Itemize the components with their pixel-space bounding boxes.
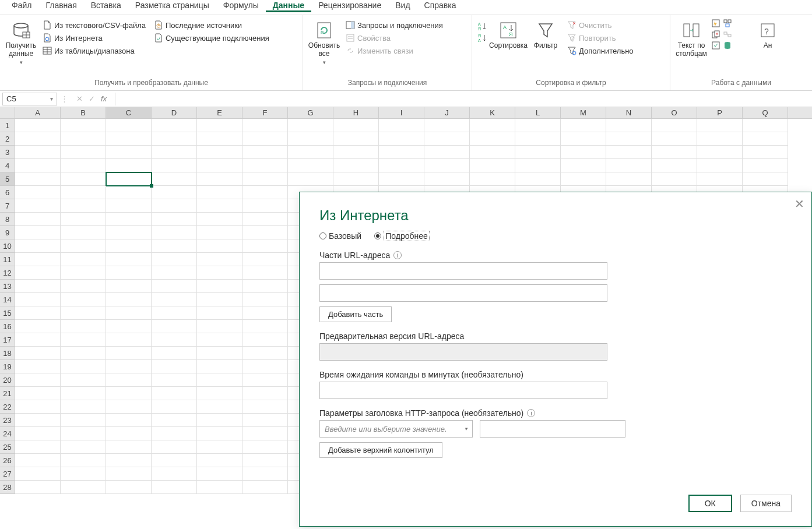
fx-icon[interactable]: fx bbox=[101, 94, 107, 103]
cell[interactable] bbox=[470, 172, 515, 186]
advanced-filter-button[interactable]: Дополнительно bbox=[565, 44, 635, 57]
cell[interactable] bbox=[652, 146, 697, 159]
radio-advanced[interactable]: Подробнее bbox=[374, 231, 430, 241]
cell[interactable] bbox=[61, 119, 106, 132]
cell[interactable] bbox=[242, 266, 288, 280]
cell[interactable] bbox=[515, 172, 561, 186]
cell[interactable] bbox=[61, 481, 106, 494]
row-header[interactable]: 4 bbox=[0, 159, 15, 172]
cell[interactable] bbox=[152, 199, 197, 213]
cell[interactable] bbox=[606, 159, 652, 172]
cell[interactable] bbox=[15, 186, 61, 199]
tab-page-layout[interactable]: Разметка страницы bbox=[128, 0, 216, 12]
cell[interactable] bbox=[333, 172, 379, 186]
column-header[interactable]: C bbox=[106, 107, 152, 118]
cell[interactable] bbox=[152, 280, 197, 293]
column-header[interactable]: L bbox=[515, 107, 561, 118]
column-header[interactable]: J bbox=[424, 107, 470, 118]
cell[interactable] bbox=[152, 467, 197, 481]
row-header[interactable]: 10 bbox=[0, 239, 15, 253]
from-web-button[interactable]: Из Интернета bbox=[41, 31, 147, 44]
column-header[interactable]: D bbox=[152, 107, 197, 118]
cell[interactable] bbox=[152, 481, 197, 494]
row-header[interactable]: 13 bbox=[0, 280, 15, 293]
cell[interactable] bbox=[242, 360, 288, 373]
cell[interactable] bbox=[743, 146, 788, 159]
cell[interactable] bbox=[242, 320, 288, 333]
cell[interactable] bbox=[152, 186, 197, 199]
cell[interactable] bbox=[606, 172, 652, 186]
cell[interactable] bbox=[697, 146, 743, 159]
consolidate-icon[interactable] bbox=[723, 19, 732, 28]
info-icon[interactable]: i bbox=[527, 409, 535, 417]
cell[interactable] bbox=[743, 119, 788, 132]
cell[interactable] bbox=[606, 132, 652, 146]
cell[interactable] bbox=[242, 293, 288, 306]
cell[interactable] bbox=[197, 172, 242, 186]
cell[interactable] bbox=[15, 239, 61, 253]
tab-review[interactable]: Рецензирование bbox=[311, 0, 388, 12]
cell[interactable] bbox=[152, 266, 197, 280]
cell[interactable] bbox=[197, 440, 242, 454]
cell[interactable] bbox=[152, 373, 197, 387]
column-header[interactable]: K bbox=[470, 107, 515, 118]
column-header[interactable]: H bbox=[333, 107, 379, 118]
cell[interactable] bbox=[424, 146, 470, 159]
recent-sources-button[interactable]: Последние источники bbox=[152, 19, 271, 31]
row-header[interactable]: 25 bbox=[0, 440, 15, 454]
cell[interactable] bbox=[106, 440, 152, 454]
cell[interactable] bbox=[697, 172, 743, 186]
cell[interactable] bbox=[15, 280, 61, 293]
header-value-input[interactable] bbox=[480, 420, 625, 438]
cell[interactable] bbox=[197, 119, 242, 132]
cell[interactable] bbox=[197, 266, 242, 280]
from-table-button[interactable]: Из таблицы/диапазона bbox=[41, 44, 147, 57]
cell[interactable] bbox=[242, 387, 288, 400]
data-model-icon[interactable] bbox=[723, 41, 732, 50]
cell[interactable] bbox=[61, 387, 106, 400]
cancel-icon[interactable]: ✕ bbox=[76, 94, 83, 103]
cell[interactable] bbox=[197, 239, 242, 253]
cell[interactable] bbox=[106, 293, 152, 306]
cell[interactable] bbox=[152, 440, 197, 454]
cell[interactable] bbox=[15, 132, 61, 146]
cell[interactable] bbox=[242, 347, 288, 360]
row-header[interactable]: 27 bbox=[0, 467, 15, 481]
cell[interactable] bbox=[379, 132, 424, 146]
cell[interactable] bbox=[15, 199, 61, 213]
cell[interactable] bbox=[61, 293, 106, 306]
cell[interactable] bbox=[61, 199, 106, 213]
cell[interactable] bbox=[242, 427, 288, 440]
column-header[interactable]: B bbox=[61, 107, 106, 118]
cell[interactable] bbox=[61, 239, 106, 253]
cell[interactable] bbox=[152, 226, 197, 239]
queries-connections-button[interactable]: Запросы и подключения bbox=[344, 19, 445, 31]
cell[interactable] bbox=[333, 132, 379, 146]
cell[interactable] bbox=[152, 414, 197, 427]
cell[interactable] bbox=[379, 119, 424, 132]
fill-handle[interactable] bbox=[150, 184, 153, 188]
column-header[interactable]: F bbox=[242, 107, 288, 118]
cell[interactable] bbox=[333, 146, 379, 159]
cell[interactable] bbox=[561, 172, 606, 186]
cell[interactable] bbox=[152, 387, 197, 400]
add-part-button[interactable]: Добавить часть bbox=[319, 306, 392, 322]
select-all-corner[interactable] bbox=[0, 107, 15, 119]
cell[interactable] bbox=[652, 159, 697, 172]
cell[interactable] bbox=[15, 373, 61, 387]
row-header[interactable]: 14 bbox=[0, 293, 15, 306]
column-header[interactable]: Q bbox=[743, 107, 788, 118]
cell[interactable] bbox=[197, 186, 242, 199]
cell[interactable] bbox=[515, 159, 561, 172]
row-header[interactable]: 11 bbox=[0, 253, 15, 266]
cell[interactable] bbox=[15, 467, 61, 481]
flash-fill-icon[interactable] bbox=[711, 19, 720, 28]
url-part-2-input[interactable] bbox=[319, 284, 607, 302]
cell[interactable] bbox=[106, 132, 152, 146]
cell[interactable] bbox=[743, 172, 788, 186]
row-header[interactable]: 26 bbox=[0, 454, 15, 467]
cell[interactable] bbox=[288, 159, 333, 172]
cell[interactable] bbox=[197, 253, 242, 266]
cell[interactable] bbox=[197, 146, 242, 159]
column-header[interactable]: A bbox=[15, 107, 61, 118]
